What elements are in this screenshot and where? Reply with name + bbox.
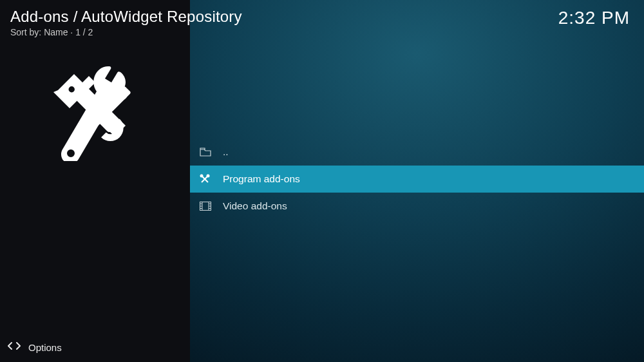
list-item-video-addons[interactable]: Video add-ons — [190, 193, 644, 220]
svg-point-8 — [207, 175, 210, 178]
header: Add-ons / AutoWidget Repository Sort by:… — [10, 8, 242, 37]
breadcrumb: Add-ons / AutoWidget Repository — [10, 8, 242, 26]
addons-list: .. Program add-ons — [190, 138, 644, 220]
footer-options[interactable]: Options — [8, 341, 62, 353]
sidebar — [0, 0, 190, 362]
video-icon — [200, 202, 218, 211]
options-label: Options — [28, 342, 62, 353]
options-icon — [8, 341, 21, 353]
svg-point-7 — [200, 175, 204, 178]
list-item-label: .. — [223, 146, 229, 158]
folder-up-icon — [200, 148, 218, 157]
list-item-label: Program add-ons — [223, 173, 300, 185]
list-item-parent[interactable]: .. — [190, 138, 644, 166]
tools-icon — [52, 64, 138, 164]
list-item-program-addons[interactable]: Program add-ons — [190, 166, 644, 193]
clock: 2:32 PM — [558, 8, 630, 28]
tools-icon — [200, 174, 218, 184]
list-item-label: Video add-ons — [223, 200, 287, 212]
sort-info: Sort by: Name · 1 / 2 — [10, 27, 242, 37]
